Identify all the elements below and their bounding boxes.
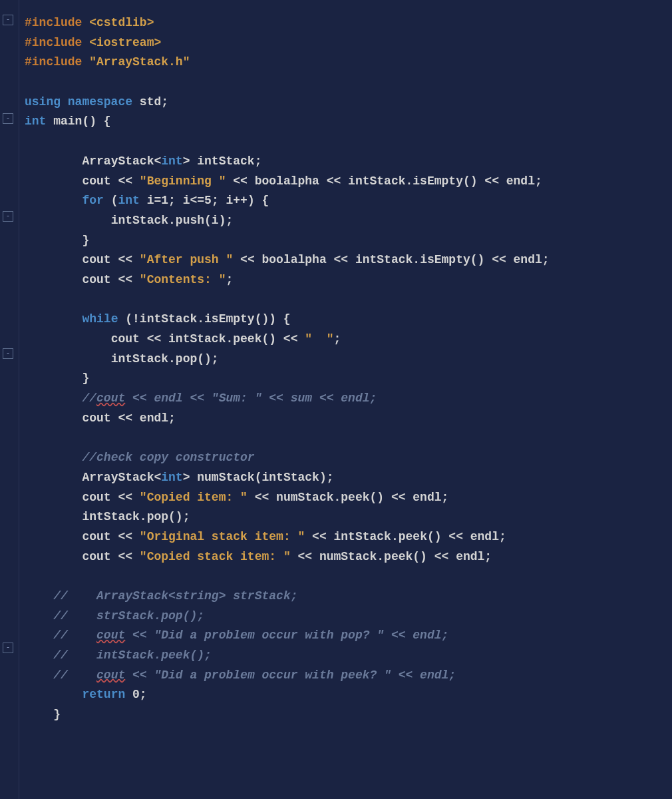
fold-toggle-icon[interactable]: - — [3, 348, 13, 359]
code-area[interactable]: #include <cstdlib>#include <iostream>#in… — [19, 0, 556, 799]
code-token: for — [82, 194, 110, 207]
code-token: // ArrayStack<string> strStack; — [53, 589, 297, 603]
code-line: #include <iostream> — [25, 33, 550, 53]
code-line: cout << "After push " << boolalpha << in… — [25, 250, 550, 270]
code-line: //check copy constructor — [25, 448, 550, 468]
code-token: cout << — [82, 174, 139, 188]
code-token: > numStack(intStack); — [183, 471, 334, 484]
fold-toggle-icon[interactable]: - — [3, 643, 13, 653]
code-token: int — [161, 154, 182, 168]
code-token: // — [82, 392, 96, 405]
fold-toggle-icon[interactable]: - — [3, 15, 13, 25]
code-token: << boolalpha << intStack.isEmpty() << en… — [233, 253, 549, 266]
code-line: cout << "Beginning " << boolalpha << int… — [25, 172, 550, 192]
code-token: << "Did a problem occur with peek? " << … — [125, 668, 456, 682]
code-line — [25, 428, 550, 448]
code-token: int — [161, 471, 182, 484]
code-line: } — [25, 231, 550, 251]
code-token: cout — [96, 392, 125, 405]
code-line: // ArrayStack<string> strStack; — [25, 587, 550, 607]
code-line: int main() { — [25, 112, 550, 132]
code-token: << "Did a problem occur with pop? " << e… — [125, 629, 448, 642]
code-token: return — [82, 688, 132, 701]
code-token: cout << — [82, 491, 139, 504]
code-token: ; — [334, 332, 341, 346]
code-token: main() { — [53, 115, 110, 128]
fold-toggle-icon[interactable]: - — [3, 211, 13, 222]
code-token: << endl << "Sum: " << sum << endl; — [125, 392, 377, 405]
code-token: #include — [25, 36, 89, 49]
code-token: "Copied stack item: " — [140, 550, 291, 563]
code-token: i=1; i<=5; i++) { — [147, 194, 269, 207]
code-line: while (!intStack.isEmpty()) { — [25, 310, 550, 330]
code-token: int — [25, 115, 53, 128]
code-token: 0; — [132, 688, 147, 701]
code-token: // — [53, 668, 96, 682]
code-token: "Contents: " — [140, 273, 226, 286]
fold-toggle-icon[interactable]: - — [3, 113, 13, 124]
code-token: intStack.pop(); — [82, 510, 190, 523]
code-token: std; — [140, 95, 168, 109]
code-line: ArrayStack<int> intStack; — [25, 152, 550, 172]
code-token: } — [82, 372, 89, 385]
code-token: // intStack.peek(); — [53, 649, 212, 662]
code-line — [25, 567, 550, 587]
code-token: "Copied item: " — [140, 491, 248, 504]
code-line: cout << "Copied item: " << numStack.peek… — [25, 488, 550, 508]
code-line: } — [25, 705, 550, 725]
code-line: using namespace std; — [25, 93, 550, 113]
code-token: } — [82, 234, 89, 247]
code-token: << numStack.peek() << endl; — [248, 491, 448, 504]
code-token: "ArrayStack.h" — [89, 55, 190, 69]
code-line: intStack.pop(); — [25, 350, 550, 370]
code-token: cout — [96, 629, 125, 642]
code-line: intStack.pop(); — [25, 507, 550, 527]
code-line: cout << "Original stack item: " << intSt… — [25, 527, 550, 547]
code-token: ArrayStack< — [82, 154, 161, 168]
code-line: // cout << "Did a problem occur with pop… — [25, 626, 550, 646]
code-token: cout — [96, 668, 125, 682]
code-token: } — [53, 708, 61, 721]
code-token: > intStack; — [183, 154, 262, 168]
code-line: //cout << endl << "Sum: " << sum << endl… — [25, 389, 550, 409]
code-token: ; — [226, 273, 233, 286]
code-token: #include — [25, 55, 89, 69]
code-line: ArrayStack<int> numStack(intStack); — [25, 468, 550, 488]
code-token: // — [53, 629, 96, 642]
code-token: <iostream> — [89, 36, 161, 49]
code-line: cout << "Copied stack item: " << numStac… — [25, 547, 550, 567]
code-line: // intStack.peek(); — [25, 646, 550, 666]
code-token: << intStack.peek() << endl; — [305, 530, 506, 543]
code-token: //check copy constructor — [82, 451, 254, 464]
code-token: "Beginning " — [140, 174, 226, 188]
code-line: #include "ArrayStack.h" — [25, 53, 550, 73]
code-line: cout << endl; — [25, 409, 550, 429]
code-line: // strStack.pop(); — [25, 607, 550, 627]
gutter: ----- — [0, 0, 19, 799]
code-line: return 0; — [25, 685, 550, 705]
code-line: cout << intStack.peek() << " "; — [25, 330, 550, 350]
code-token: cout << — [82, 550, 139, 563]
code-token: << numStack.peek() << endl; — [291, 550, 492, 563]
code-line: #include <cstdlib> — [25, 13, 550, 33]
code-token: cout << — [82, 253, 139, 266]
code-token: cout << — [82, 530, 139, 543]
code-token: using namespace — [25, 95, 140, 109]
code-line: intStack.push(i); — [25, 211, 550, 231]
code-token: intStack.pop(); — [111, 352, 219, 366]
code-token: "After push " — [140, 253, 233, 266]
code-token: #include — [25, 16, 89, 29]
code-line: for (int i=1; i<=5; i++) { — [25, 191, 550, 211]
code-token: <cstdlib> — [89, 16, 154, 29]
code-line — [25, 290, 550, 310]
code-token: << boolalpha << intStack.isEmpty() << en… — [226, 174, 542, 188]
code-token: // strStack.pop(); — [53, 609, 204, 623]
code-token: " " — [305, 332, 333, 346]
code-token: cout << — [82, 273, 139, 286]
code-line — [25, 73, 550, 93]
code-line: cout << "Contents: "; — [25, 270, 550, 290]
code-token: intStack.push(i); — [111, 214, 234, 227]
code-token: int — [118, 194, 146, 207]
code-line: } — [25, 369, 550, 389]
code-token: ( — [111, 194, 118, 207]
